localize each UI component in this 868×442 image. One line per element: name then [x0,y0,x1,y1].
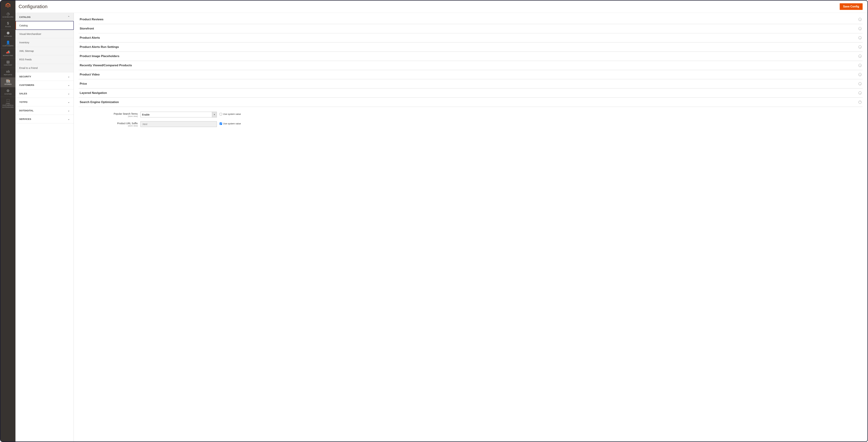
config-subitem-inventory[interactable]: Inventory [16,38,73,47]
config-section-services[interactable]: Services⌄ [16,115,73,123]
chevron-down-icon: ⌄ [68,101,70,103]
collapse-icon: ⌃ [859,101,862,104]
topbar: Configuration Save Config [16,1,867,13]
system-icon: ⚙ [6,89,9,93]
catalog-icon: ⬣ [7,31,9,35]
config-section-label: Services [19,118,31,121]
accordion-label: Product Reviews [80,18,103,21]
chevron-down-icon: ⌄ [68,109,70,112]
expand-icon: ⌄ [859,82,862,86]
nav-label: Customers [2,45,13,47]
field-scope: [store view] [79,115,138,117]
nav-label: Content [4,64,12,66]
dashboard-icon: ◷ [7,12,9,15]
expand-icon: ⌄ [859,27,862,30]
config-section-catalog[interactable]: Catalog⌃ [16,13,73,21]
nav-item-reports[interactable]: ıılıReports [1,68,16,77]
accordion-storefront[interactable]: Storefront⌄ [79,24,863,33]
chevron-up-icon: ⌃ [68,15,70,19]
use-system-value-label: Use system value [223,113,241,115]
config-nav-sidebar: Catalog⌃CatalogVisual MerchandiserInvent… [16,13,74,441]
config-section-dotdigital[interactable]: dotdigital⌄ [16,106,73,115]
config-subitem-visual-merchandiser[interactable]: Visual Merchandiser [16,30,73,38]
config-section-security[interactable]: Security⌄ [16,72,73,81]
accordion-label: Product Video [80,73,100,76]
config-subitem-email-to-a-friend[interactable]: Email to a Friend [16,64,73,72]
accordion-label: Recently Viewed/Compared Products [80,64,132,67]
seo-fields: Popular Search Terms[store view]Enable▼U… [79,107,863,127]
sales-icon: $ [7,22,9,25]
nav-label: Sales [5,26,11,27]
config-section-label: Customers [19,84,34,87]
find-partners-extensions-icon: ⬚ [6,99,10,102]
expand-icon: ⌄ [859,18,862,21]
expand-icon: ⌄ [859,55,862,58]
nav-item-dashboard[interactable]: ◷Dashboard [1,10,16,20]
magento-logo-icon [5,2,11,8]
chevron-down-icon: ⌄ [68,83,70,87]
nav-label: Reports [4,74,12,76]
config-section-label: Catalog [19,16,31,19]
accordion-product-video[interactable]: Product Video⌄ [79,70,863,79]
nav-item-stores[interactable]: 🏬Stores [1,77,16,87]
nav-item-sales[interactable]: $Sales [1,20,16,29]
accordion-label: Product Image Placeholders [80,55,119,58]
dropdown-caret-icon[interactable]: ▼ [212,112,217,117]
config-section-label: Sales [19,92,27,95]
chevron-down-icon: ⌄ [68,92,70,95]
nav-item-marketing[interactable]: 📣Marketing [1,48,16,58]
config-subitem-rss-feeds[interactable]: RSS Feeds [16,55,73,64]
use-system-value-checkbox[interactable] [220,113,222,115]
config-section-label: Yotpo [19,101,28,103]
stores-icon: 🏬 [6,79,10,83]
use-system-value-checkbox-wrap[interactable]: Use system value [220,112,241,115]
nav-item-catalog[interactable]: ⬣Catalog [1,29,16,39]
nav-label: Catalog [4,35,12,37]
config-subitem-catalog[interactable]: Catalog [16,21,73,30]
expand-icon: ⌄ [859,36,862,39]
field-scope: [store view] [79,125,138,127]
field-product-url-suffix: Product URL Suffix[store view]Use system… [79,121,863,127]
accordion-product-image-placeholders[interactable]: Product Image Placeholders⌄ [79,52,863,61]
chevron-down-icon: ⌄ [68,117,70,121]
customers-icon: 👤 [6,41,10,44]
config-section-label: Security [19,75,31,78]
use-system-value-label: Use system value [223,122,241,125]
popular-search-terms-select[interactable]: Enable [141,112,212,117]
admin-left-nav: ◷Dashboard$Sales⬣Catalog👤Customers📣Marke… [1,1,16,441]
accordion-recently-viewed-compared-products[interactable]: Recently Viewed/Compared Products⌄ [79,61,863,70]
accordion-product-alerts[interactable]: Product Alerts⌄ [79,33,863,42]
nav-item-customers[interactable]: 👤Customers [1,39,16,48]
config-section-customers[interactable]: Customers⌄ [16,81,73,89]
accordion-label: Search Engine Optimization [80,100,119,104]
use-system-value-checkbox-wrap[interactable]: Use system value [220,121,241,125]
config-subitem-xml-sitemap[interactable]: XML Sitemap [16,47,73,55]
accordion-product-reviews[interactable]: Product Reviews⌄ [79,15,863,24]
field-label: Popular Search Terms [114,112,138,115]
nav-item-system[interactable]: ⚙System [1,87,16,97]
accordion-product-alerts-run-settings[interactable]: Product Alerts Run Settings⌄ [79,42,863,52]
nav-label: System [4,93,12,95]
accordion-layered-navigation[interactable]: Layered Navigation⌄ [79,89,863,98]
field-popular-search-terms: Popular Search Terms[store view]Enable▼U… [79,112,863,117]
reports-icon: ıılı [6,70,10,73]
nav-label: Dashboard [3,16,13,18]
config-section-yotpo[interactable]: Yotpo⌄ [16,98,73,106]
use-system-value-checkbox[interactable] [220,123,222,125]
magento-logo [1,1,16,10]
nav-label: Find Partners & Extensions [1,103,15,108]
accordion-search-engine-optimization[interactable]: Search Engine Optimization⌃ [79,98,863,107]
expand-icon: ⌄ [859,64,862,67]
page-title: Configuration [19,4,48,9]
accordion-price[interactable]: Price⌄ [79,79,863,89]
save-config-button[interactable]: Save Config [840,3,863,10]
nav-label: Marketing [3,55,13,56]
accordion-label: Price [80,82,87,86]
accordion-label: Product Alerts Run Settings [80,45,119,49]
content-icon: ▤ [6,60,10,64]
nav-item-find-partners-extensions[interactable]: ⬚Find Partners & Extensions [1,97,16,110]
config-section-sales[interactable]: Sales⌄ [16,89,73,98]
nav-item-content[interactable]: ▤Content [1,58,16,68]
accordion-label: Storefront [80,27,94,30]
marketing-icon: 📣 [6,50,10,54]
